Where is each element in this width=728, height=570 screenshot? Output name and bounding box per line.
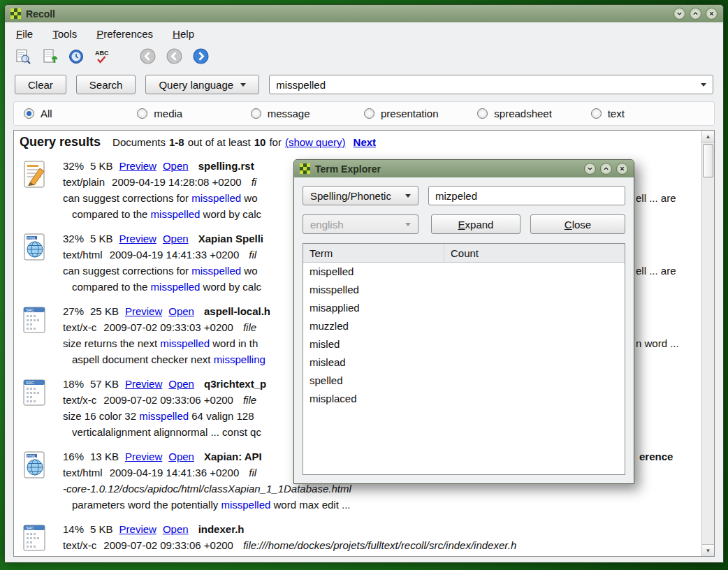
for-label: for xyxy=(269,136,282,148)
term-row[interactable]: spelled xyxy=(303,372,625,390)
menu-tools[interactable]: Tools xyxy=(52,28,77,40)
search-button[interactable]: Search xyxy=(76,75,136,94)
filter-presentation[interactable]: presentation xyxy=(364,108,477,119)
open-link[interactable]: Open xyxy=(168,451,194,462)
term-row[interactable]: mispelled xyxy=(303,263,625,281)
html-file-icon: HTML xyxy=(20,448,53,513)
maximize-button[interactable] xyxy=(690,8,701,20)
scrollbar[interactable]: ▲ ▼ xyxy=(701,131,714,556)
minimize-button[interactable] xyxy=(584,163,596,175)
count-cell xyxy=(444,353,457,372)
nav-forward-button[interactable] xyxy=(191,47,210,66)
matched-term: misspelled xyxy=(151,281,201,293)
preview-link[interactable]: Preview xyxy=(125,451,162,462)
menu-bar: File Tools Preferences Help xyxy=(5,22,723,45)
filter-media[interactable]: media xyxy=(137,108,250,119)
maximize-button[interactable] xyxy=(600,163,612,175)
close-dialog-button[interactable]: Close xyxy=(530,214,625,234)
tool-spell-button[interactable]: ABC xyxy=(93,47,112,66)
mime-type: text/x-c xyxy=(63,394,96,406)
preview-link[interactable]: Preview xyxy=(119,233,156,244)
term-row[interactable]: misapplied xyxy=(303,299,625,317)
preview-link[interactable]: Preview xyxy=(119,160,156,172)
docs-total: 10 xyxy=(254,136,266,148)
query-language-dropdown[interactable]: Query language xyxy=(145,75,259,94)
mime-type: text/html xyxy=(63,467,103,478)
chevron-down-icon xyxy=(240,83,246,87)
window-titlebar[interactable]: Recoll xyxy=(5,5,723,22)
nav-back2-button[interactable] xyxy=(165,47,184,66)
term-input[interactable] xyxy=(428,186,625,205)
search-row: Clear Search Query language xyxy=(5,71,723,100)
doc-date: 2009-07-02 09:33:06 +0200 xyxy=(103,539,233,551)
query-input[interactable] xyxy=(276,79,701,91)
term-row[interactable]: misplaced xyxy=(303,390,625,408)
term-row[interactable]: muzzled xyxy=(303,317,625,335)
doc-date: 2009-04-19 14:41:36 +0200 xyxy=(110,467,240,478)
menu-preferences[interactable]: Preferences xyxy=(96,28,153,40)
menu-help[interactable]: Help xyxy=(173,28,194,40)
filter-message[interactable]: message xyxy=(251,108,364,119)
recoll-logo-icon xyxy=(10,8,21,19)
nav-back-button[interactable] xyxy=(138,47,157,66)
relevance-percent: 32% xyxy=(63,160,84,172)
chevron-down-icon xyxy=(405,223,411,226)
query-combobox[interactable] xyxy=(269,75,713,94)
expand-button[interactable]: Expand xyxy=(431,214,520,234)
mime-type: text/x-c xyxy=(63,539,96,551)
filter-text[interactable]: text xyxy=(591,108,704,119)
text-file-icon xyxy=(20,158,53,222)
relevance-percent: 18% xyxy=(63,378,84,390)
result-headline: 14%5 KBPreviewOpenindexer.h xyxy=(63,521,699,537)
count-cell xyxy=(444,281,457,299)
snippet-line: parameters word the potentially misspell… xyxy=(63,497,699,513)
tool-history-button[interactable] xyxy=(66,47,85,66)
menu-file[interactable]: File xyxy=(16,28,33,40)
scroll-down-button[interactable]: ▼ xyxy=(702,544,714,556)
open-link[interactable]: Open xyxy=(163,523,189,535)
open-link[interactable]: Open xyxy=(163,233,189,244)
chevron-down-icon[interactable] xyxy=(701,83,706,87)
filter-spreadsheet[interactable]: spreadsheet xyxy=(477,108,590,119)
close-button[interactable] xyxy=(706,8,718,20)
radio-icon xyxy=(364,108,374,119)
html-file-icon: HTML xyxy=(20,231,53,295)
next-page-link[interactable]: Next xyxy=(354,136,377,148)
clear-button[interactable]: Clear xyxy=(15,75,66,94)
tool-save-button[interactable] xyxy=(40,47,59,66)
scroll-up-button[interactable]: ▲ xyxy=(702,131,714,142)
save-document-icon xyxy=(41,48,58,65)
term-column-header[interactable]: Term xyxy=(303,244,444,262)
minimize-button[interactable] xyxy=(674,8,685,20)
file-size: 57 KB xyxy=(90,378,119,390)
filter-all[interactable]: All xyxy=(24,108,137,119)
term-row[interactable]: mislead xyxy=(303,353,625,372)
matched-term: misspelled xyxy=(221,499,270,511)
term-cell: misspelled xyxy=(303,281,444,299)
term-cell: misled xyxy=(303,335,444,353)
open-link[interactable]: Open xyxy=(163,160,189,172)
matched-term: misspelled xyxy=(139,410,189,422)
open-link[interactable]: Open xyxy=(168,378,194,390)
result-item: SRC14%5 KBPreviewOpenindexer.htext/x-c20… xyxy=(20,521,699,555)
term-row[interactable]: misled xyxy=(303,335,625,353)
term-row[interactable]: misspelled xyxy=(303,281,625,299)
term-mode-dropdown[interactable]: Spelling/Phonetic xyxy=(303,186,418,205)
count-cell xyxy=(444,299,457,317)
preview-link[interactable]: Preview xyxy=(125,305,162,317)
back-icon xyxy=(166,48,183,65)
snippet-fragment: ell ... are xyxy=(636,190,676,206)
dialog-titlebar[interactable]: Term Explorer xyxy=(294,160,634,177)
count-column-header[interactable]: Count xyxy=(444,247,485,259)
preview-link[interactable]: Preview xyxy=(119,523,156,535)
filter-label: text xyxy=(608,108,625,119)
close-button[interactable] xyxy=(616,163,628,175)
preview-link[interactable]: Preview xyxy=(125,378,162,390)
open-link[interactable]: Open xyxy=(168,305,194,317)
count-cell xyxy=(444,335,457,353)
count-cell xyxy=(444,317,457,335)
scroll-thumb[interactable] xyxy=(703,144,713,177)
tool-search-button[interactable] xyxy=(13,47,32,66)
doc-date: 2009-04-19 14:28:08 +0200 xyxy=(112,176,242,188)
show-query-link[interactable]: (show query) xyxy=(285,136,346,148)
